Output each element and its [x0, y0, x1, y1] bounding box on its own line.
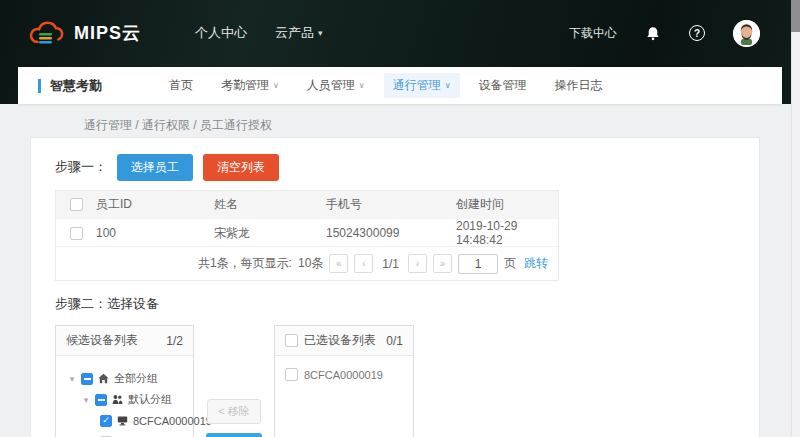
jump-page-link[interactable]: 跳转: [524, 255, 548, 272]
pagination-bar: 共1条，每页显示: 10条 « ‹ 1/1 › » 页 跳转: [56, 246, 558, 280]
nav-item-access[interactable]: 通行管理 ∨: [384, 73, 460, 98]
menu-personal-center[interactable]: 个人中心: [195, 24, 247, 42]
device1-checkbox[interactable]: [100, 415, 112, 427]
select-all-checkbox[interactable]: [70, 198, 83, 211]
remove-device-button[interactable]: < 移除: [207, 399, 260, 424]
pagination-summary: 共1条，每页显示:: [198, 255, 292, 272]
home-icon: [98, 373, 109, 384]
employee-created: 2019-10-29 14:48:42: [456, 219, 558, 247]
tree-node-device-2[interactable]: 8CFCA0064B5D: [56, 431, 193, 437]
device-icon: [117, 415, 128, 426]
col-created: 创建时间: [456, 196, 558, 213]
group-icon: [112, 394, 123, 405]
tree-expand-icon[interactable]: ▾: [82, 395, 90, 405]
selected-device-item[interactable]: 8CFCA0000019: [275, 356, 413, 393]
first-page-button[interactable]: «: [329, 254, 348, 273]
employee-phone: 15024300099: [326, 226, 456, 240]
help-icon[interactable]: ?: [689, 25, 705, 41]
employee-table: 员工ID 姓名 手机号 创建时间 100 宋紫龙 15024300099 201…: [55, 190, 559, 281]
download-center-link[interactable]: 下载中心: [569, 25, 617, 42]
selected-panel-title: 已选设备列表: [304, 332, 376, 349]
page-number-input[interactable]: [458, 254, 498, 274]
app-title: 智慧考勤: [38, 77, 102, 95]
tree-expand-icon[interactable]: ▾: [68, 374, 76, 384]
scrollbar-thumb[interactable]: [791, 0, 800, 32]
brand-logo[interactable]: MIPS云: [28, 20, 141, 47]
selected-panel-count: 0/1: [386, 334, 403, 348]
nav-item-home[interactable]: 首页: [160, 73, 202, 98]
chevron-down-icon: ∨: [359, 81, 365, 90]
prev-page-button[interactable]: ‹: [354, 254, 373, 273]
group-all-checkbox[interactable]: [81, 373, 93, 385]
table-header-row: 员工ID 姓名 手机号 创建时间: [56, 191, 558, 218]
chevron-down-icon: ∨: [445, 81, 451, 90]
bell-icon[interactable]: [645, 25, 661, 42]
candidate-device-panel: 候选设备列表 1/2 ▾ 全部分组 ▾: [55, 325, 194, 437]
breadcrumb[interactable]: 通行管理 / 通行权限 / 员工通行授权: [84, 117, 272, 134]
col-name: 姓名: [214, 196, 326, 213]
nav-item-attendance[interactable]: 考勤管理 ∨: [212, 73, 288, 98]
title-accent-bar: [38, 79, 41, 93]
cloud-logo-icon: [28, 20, 66, 47]
col-employee-id: 员工ID: [96, 196, 214, 213]
employee-id: 100: [96, 226, 214, 240]
tree-node-all-groups[interactable]: ▾ 全部分组: [56, 368, 193, 389]
brand-name: MIPS云: [74, 21, 141, 45]
select-employee-button[interactable]: 选择员工: [117, 154, 193, 181]
candidate-panel-title: 候选设备列表: [66, 332, 138, 349]
step1-label: 步骤一：: [55, 158, 107, 176]
tree-node-default-group[interactable]: ▾ 默认分组: [56, 389, 193, 410]
selected-device-checkbox[interactable]: [285, 368, 298, 381]
scrollbar-track[interactable]: [791, 0, 800, 437]
app-nav-bar: 智慧考勤 首页 考勤管理 ∨ 人员管理 ∨ 通行管理 ∨ 设备管理 操作日志: [18, 67, 782, 104]
transfer-controls: < 移除 添加 >: [194, 325, 274, 437]
page-indicator: 1/1: [382, 257, 399, 271]
col-phone: 手机号: [326, 196, 456, 213]
user-avatar[interactable]: [733, 20, 760, 47]
add-device-button[interactable]: 添加 >: [206, 433, 261, 437]
group-default-checkbox[interactable]: [95, 394, 107, 406]
next-page-button[interactable]: ›: [408, 254, 427, 273]
chevron-down-icon: ▾: [318, 28, 323, 38]
tree-node-device-1[interactable]: 8CFCA0000019: [56, 410, 193, 431]
selected-device-panel: 已选设备列表 0/1 8CFCA0000019: [274, 325, 414, 437]
last-page-button[interactable]: »: [433, 254, 452, 273]
step2-label: 步骤二：选择设备: [55, 295, 735, 315]
nav-item-personnel[interactable]: 人员管理 ∨: [298, 73, 374, 98]
nav-item-logs[interactable]: 操作日志: [546, 73, 612, 98]
page-size-value[interactable]: 10条: [298, 255, 323, 272]
device-tree: ▾ 全部分组 ▾: [56, 356, 193, 437]
row-checkbox[interactable]: [70, 227, 83, 240]
employee-name: 宋紫龙: [214, 225, 326, 242]
menu-cloud-products[interactable]: 云产品 ▾: [275, 24, 323, 42]
candidate-panel-count: 1/2: [166, 334, 183, 348]
selected-all-checkbox[interactable]: [285, 334, 298, 347]
app-title-text: 智慧考勤: [50, 77, 102, 95]
main-content-card: 步骤一： 选择员工 清空列表 员工ID 姓名 手机号 创建时间 100 宋紫龙 …: [30, 137, 760, 437]
clear-list-button[interactable]: 清空列表: [203, 154, 279, 181]
chevron-down-icon: ∨: [273, 81, 279, 90]
table-row: 100 宋紫龙 15024300099 2019-10-29 14:48:42: [56, 218, 558, 246]
page-unit-label: 页: [504, 255, 516, 272]
nav-item-devices[interactable]: 设备管理: [470, 73, 536, 98]
